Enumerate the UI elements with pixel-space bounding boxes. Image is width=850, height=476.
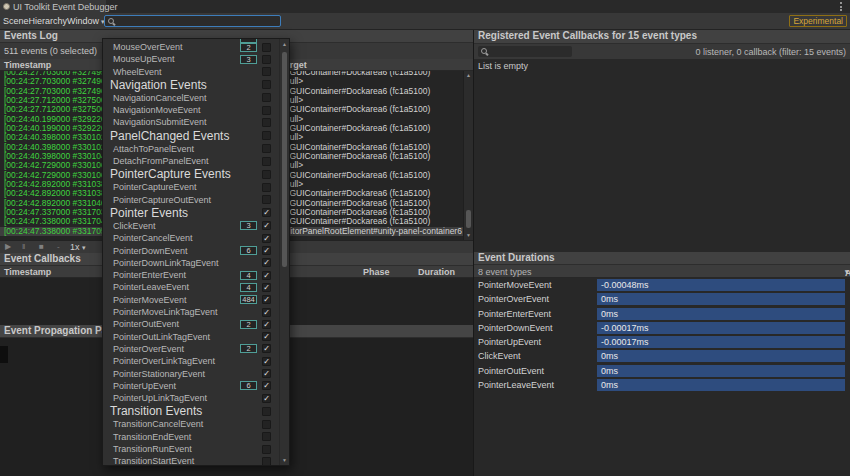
title-bar: UI Toolkit Event Debugger [0,0,850,13]
panel-picker-dropdown[interactable]: SceneHierarchyWindow▾ [3,16,105,26]
event-checkbox[interactable] [262,195,271,204]
dropdown-item-PointerCancelEvent[interactable]: PointerCancelEvent [103,232,279,244]
scroll-up-icon[interactable]: ▲ [280,41,289,47]
log-target: IMGUIContainer#Dockarea6 (fc1a5100) [280,189,430,198]
scroll-up-icon[interactable]: ▲ [464,72,473,78]
event-checkbox[interactable] [262,445,271,454]
event-checkbox[interactable] [262,381,271,390]
pause-icon[interactable]: ‖ [22,242,25,251]
dropdown-item-PointerLeaveEvent[interactable]: PointerLeaveEvent4 [103,281,279,293]
event-checkbox[interactable] [262,394,271,403]
event-checkbox[interactable] [262,258,271,267]
dropdown-item-PointerEnterEvent[interactable]: PointerEnterEvent4 [103,269,279,281]
dropdown-item-MouseOverEvent[interactable]: MouseOverEvent2 [103,41,279,53]
event-checkbox[interactable] [262,67,271,76]
scroll-down-icon[interactable]: ▼ [464,232,473,238]
log-target: IMGUIContainer#Dockarea6 (fc1a5100) [280,152,430,161]
dropdown-item-PointerMoveEvent[interactable]: PointerMoveEvent484 [103,294,279,306]
event-checkbox[interactable] [262,43,271,52]
event-filter-search-input[interactable] [116,16,270,26]
chevron-down-icon: ▾ [845,268,849,276]
dropdown-group-Transition Events[interactable]: Transition Events [103,404,279,418]
scrollbar-thumb[interactable] [282,52,287,267]
event-checkbox[interactable] [262,208,271,217]
dropdown-item-label: DetachFromPanelEvent [113,156,209,166]
event-checkbox[interactable] [262,234,271,243]
event-checkbox[interactable] [262,80,271,89]
dropdown-item-TransitionEndEvent[interactable]: TransitionEndEvent [103,431,279,443]
event-checkbox[interactable] [262,344,271,353]
dropdown-item-TransitionRunEvent[interactable]: TransitionRunEvent [103,443,279,455]
dropdown-item-NavigationCancelEvent[interactable]: NavigationCancelEvent [103,92,279,104]
event-checkbox[interactable] [262,308,271,317]
dropdown-item-TransitionCancelEvent[interactable]: TransitionCancelEvent [103,418,279,430]
stop-icon[interactable]: ■ [39,242,44,251]
tab-ui-toolkit-event-debugger[interactable]: UI Toolkit Event Debugger [0,0,106,13]
dropdown-group-PanelChanged Events[interactable]: PanelChanged Events [103,129,279,143]
dropdown-item-label: MouseOverEvent [113,42,183,52]
dropdown-item-DetachFromPanelEvent[interactable]: DetachFromPanelEvent [103,155,279,167]
dropdown-item-PointerDownEvent[interactable]: PointerDownEvent6 [103,245,279,257]
dropdown-item-MouseUpEvent[interactable]: MouseUpEvent3 [103,53,279,65]
event-checkbox[interactable] [262,221,271,230]
event-checkbox[interactable] [262,106,271,115]
event-type-filter-dropdown: MouseOverEvent2MouseUpEvent3WheelEventNa… [102,38,290,466]
event-checkbox[interactable] [262,457,271,466]
dropdown-item-PointerUpLinkTagEvent[interactable]: PointerUpLinkTagEvent [103,392,279,404]
event-checkbox[interactable] [262,144,271,153]
scrollbar-thumb[interactable] [466,210,471,228]
event-filter-searchbox[interactable] [104,15,281,27]
registered-callbacks-search-input[interactable] [489,47,568,57]
event-count-badge: 2 [240,43,257,52]
event-checkbox[interactable] [262,271,271,280]
dropdown-item-AttachToPanelEvent[interactable]: AttachToPanelEvent [103,143,279,155]
dropdown-group-Pointer Events[interactable]: Pointer Events [103,206,279,220]
event-checkbox[interactable] [262,157,271,166]
event-checkbox[interactable] [262,407,271,416]
event-checkbox[interactable] [262,357,271,366]
duration-event-label: PointerEnterEvent [478,309,551,319]
dropdown-item-NavigationSubmitEvent[interactable]: NavigationSubmitEvent [103,116,279,128]
event-checkbox[interactable] [262,420,271,429]
dropdown-item-PointerStationaryEvent[interactable]: PointerStationaryEvent [103,368,279,380]
dropdown-item-ClickEvent[interactable]: ClickEvent3 [103,220,279,232]
event-checkbox[interactable] [262,369,271,378]
event-checkbox[interactable] [262,55,271,64]
window-menu-icon[interactable] [840,2,842,11]
dropdown-item-PointerMoveLinkTagEvent[interactable]: PointerMoveLinkTagEvent [103,306,279,318]
dropdown-item-PointerOverEvent[interactable]: PointerOverEvent2 [103,343,279,355]
event-checkbox[interactable] [262,183,271,192]
play-icon[interactable]: ▶ [5,242,11,251]
registered-callbacks-searchbox[interactable] [478,46,572,57]
dropdown-item-PointerCaptureEvent[interactable]: PointerCaptureEvent [103,181,279,193]
event-checkbox[interactable] [262,93,271,102]
dropdown-item-NavigationMoveEvent[interactable]: NavigationMoveEvent [103,104,279,116]
dropdown-item-PointerOutEvent[interactable]: PointerOutEvent2 [103,318,279,330]
dropdown-group-PointerCapture Events[interactable]: PointerCapture Events [103,167,279,181]
event-checkbox[interactable] [262,170,271,179]
event-checkbox[interactable] [262,295,271,304]
dropdown-item-PointerUpEvent[interactable]: PointerUpEvent6 [103,380,279,392]
event-checkbox[interactable] [262,131,271,140]
step-icon[interactable]: - [57,242,60,251]
dropdown-scrollbar[interactable]: ▲ ▼ [279,39,289,465]
dropdown-item-WheelEvent[interactable]: WheelEvent [103,66,279,78]
playback-speed-dropdown[interactable]: 1x ▾ [70,242,86,252]
dropdown-item-PointerCaptureOutEvent[interactable]: PointerCaptureOutEvent [103,194,279,206]
event-checkbox[interactable] [262,320,271,329]
dropdown-item-TransitionStartEvent[interactable]: TransitionStartEvent [103,455,279,466]
experimental-badge: Experimental [789,15,847,27]
event-checkbox[interactable] [262,118,271,127]
event-checkbox[interactable] [262,283,271,292]
event-checkbox[interactable] [262,332,271,341]
log-target: IMGUIContainer#Dockarea6 (fc1a5100) [280,124,430,133]
dropdown-item-PointerOverLinkTagEvent[interactable]: PointerOverLinkTagEvent [103,355,279,367]
event-checkbox[interactable] [262,432,271,441]
scroll-down-icon[interactable]: ▼ [280,457,289,463]
dropdown-group-Navigation Events[interactable]: Navigation Events [103,78,279,92]
dropdown-item-PointerOutLinkTagEvent[interactable]: PointerOutLinkTagEvent [103,331,279,343]
dropdown-item-PointerDownLinkTagEvent[interactable]: PointerDownLinkTagEvent [103,257,279,269]
event-checkbox[interactable] [262,246,271,255]
chevron-down-icon: ▾ [82,244,86,251]
events-log-scrollbar[interactable]: ▲ ▼ [463,71,473,240]
